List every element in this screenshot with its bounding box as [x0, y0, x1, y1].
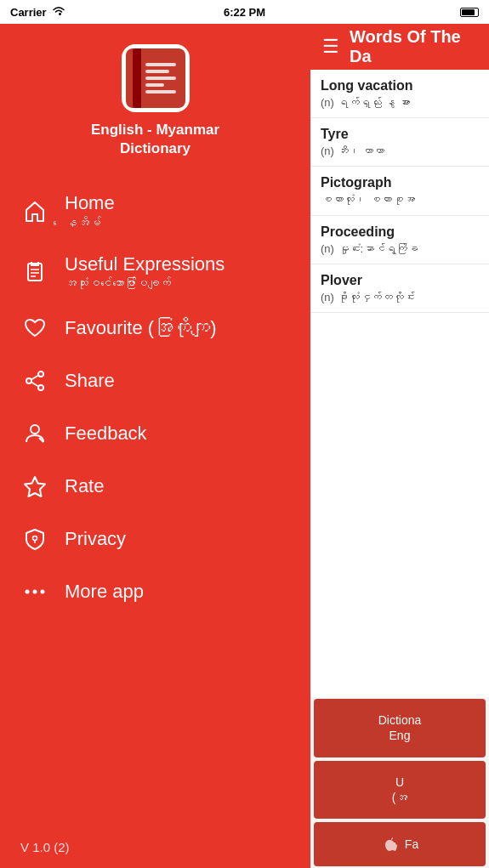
word-item-0[interactable]: Long vacation (n) ရက်ရှည် နွေ အား — [310, 70, 489, 118]
feedback-label: Feedback — [65, 423, 147, 445]
bottom-btn-0[interactable]: DictionaEng — [314, 699, 486, 757]
app-container: English - MyanmarDictionary Home နေအိမ် — [0, 24, 489, 868]
word-item-2[interactable]: Pictograph စကားလုံး၊ စကားစုအ — [310, 167, 489, 215]
word-item-1[interactable]: Tyre (n) ဘီး၊ တာယာ — [310, 118, 489, 167]
right-header: ☰ Words Of The Da — [310, 24, 489, 70]
version-text: V 1.0 (2) — [0, 826, 310, 868]
svg-point-16 — [41, 589, 45, 593]
svg-point-14 — [26, 589, 30, 593]
svg-line-8 — [31, 382, 38, 386]
word-def-1: (n) ဘီး၊ တာယာ — [321, 144, 479, 159]
shield-icon — [20, 525, 49, 553]
privacy-label: Privacy — [65, 528, 126, 550]
home-sublabel: နေအိမ် — [65, 216, 115, 230]
word-item-4[interactable]: Plover (n) ဒိုးလုံးငှက်တလိုင်း — [310, 264, 489, 313]
status-left: Carrier — [10, 6, 65, 19]
star-icon — [20, 472, 49, 501]
fa-label: Fa — [405, 837, 418, 852]
word-title-0: Long vacation — [321, 78, 479, 94]
svg-point-4 — [38, 372, 43, 377]
heart-icon — [20, 314, 49, 343]
sidebar-item-favourite[interactable]: Favourite (အကြိုကျ) — [0, 302, 310, 355]
word-title-3: Proceeding — [321, 224, 479, 240]
svg-point-5 — [38, 385, 43, 390]
app-header: English - MyanmarDictionary — [0, 24, 310, 173]
status-right — [460, 8, 479, 17]
word-def-4: (n) ဒိုးလုံးငှက်တလိုင်း — [321, 290, 479, 305]
word-title-4: Plover — [321, 273, 479, 288]
sidebar: English - MyanmarDictionary Home နေအိမ် — [0, 24, 310, 868]
sidebar-item-useful-expressions[interactable]: Useful Expressions အသုံးဝင်သောဖော်ပြချက် — [0, 241, 310, 302]
word-item-3[interactable]: Proceeding (n) မှုငံ:ဆောင်ရွက်ခြ — [310, 216, 489, 264]
words-list: Long vacation (n) ရက်ရှည် နွေ အား Tyre (… — [310, 70, 489, 697]
feedback-icon — [20, 419, 49, 448]
bottom-btn-2[interactable]: Fa — [314, 822, 486, 866]
rate-label: Rate — [65, 475, 104, 497]
svg-point-6 — [26, 378, 31, 383]
sidebar-item-feedback[interactable]: Feedback — [0, 407, 310, 460]
svg-point-15 — [33, 589, 37, 593]
carrier-label: Carrier — [10, 6, 47, 19]
svg-line-7 — [31, 375, 38, 379]
sidebar-item-rate[interactable]: Rate — [0, 460, 310, 513]
wifi-icon — [52, 6, 65, 19]
svg-point-9 — [31, 425, 39, 434]
battery-icon — [460, 8, 479, 17]
favourite-label: Favourite (အကြိုကျ) — [65, 317, 216, 339]
status-time: 6:22 PM — [224, 6, 265, 19]
more-app-label: More app — [65, 581, 144, 603]
word-def-3: (n) မှုငံ:ဆောင်ရွက်ခြ — [321, 241, 479, 257]
word-title-1: Tyre — [321, 127, 479, 142]
nav-items: Home နေအိမ် Useful Expressions — [0, 173, 310, 826]
home-label: Home — [65, 192, 115, 214]
useful-sublabel: အသုံးဝင်သောဖော်ပြချက် — [65, 276, 225, 290]
status-bar: Carrier 6:22 PM — [0, 0, 489, 24]
app-title: English - MyanmarDictionary — [91, 121, 219, 158]
bottom-btn-1[interactable]: U(အ — [314, 761, 486, 819]
svg-point-12 — [33, 536, 37, 540]
hamburger-icon[interactable]: ☰ — [322, 36, 339, 58]
sidebar-item-share[interactable]: Share — [0, 355, 310, 407]
useful-label: Useful Expressions — [65, 253, 225, 275]
svg-marker-11 — [25, 477, 45, 496]
sidebar-item-privacy[interactable]: Privacy — [0, 513, 310, 565]
word-title-2: Pictograph — [321, 175, 479, 190]
apple-icon — [381, 836, 398, 853]
dots-icon — [20, 577, 49, 606]
home-icon — [20, 196, 49, 225]
right-header-title: Words Of The Da — [350, 27, 477, 66]
word-def-2: စကားလုံး၊ စကားစုအ — [321, 192, 479, 207]
right-panel: ☰ Words Of The Da Long vacation (n) ရက်ရ… — [310, 24, 489, 868]
sidebar-item-home[interactable]: Home နေအိမ် — [0, 180, 310, 241]
sidebar-item-more-app[interactable]: More app — [0, 565, 310, 618]
share-label: Share — [65, 370, 115, 392]
clipboard-icon — [20, 257, 49, 286]
word-def-0: (n) ရက်ရှည် နွေ အား — [321, 95, 479, 111]
bottom-buttons: DictionaEng U(အ Fa — [310, 697, 489, 868]
app-icon — [122, 44, 190, 112]
share-icon — [20, 366, 49, 395]
